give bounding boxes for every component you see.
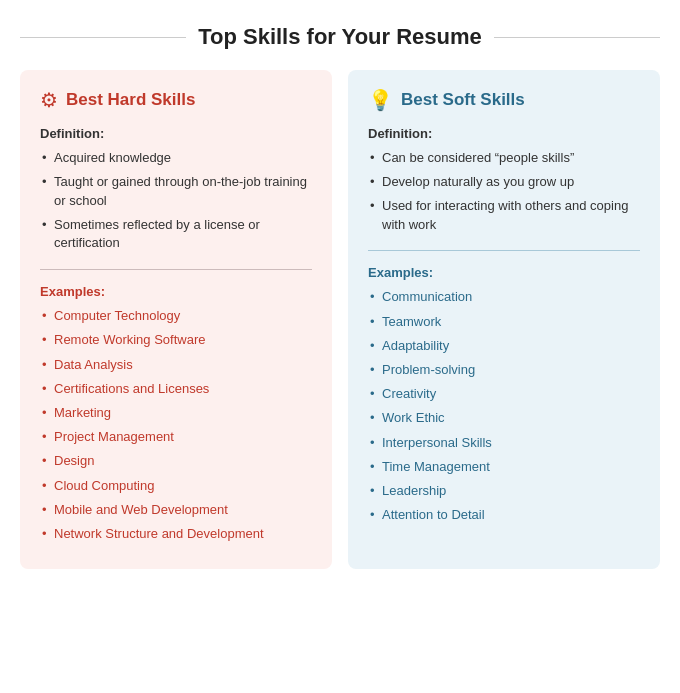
soft-skills-title: Best Soft Skills [401, 90, 525, 110]
list-item: Develop naturally as you grow up [368, 173, 640, 192]
list-item: Communication [368, 288, 640, 306]
hard-definition-label: Definition: [40, 126, 312, 141]
list-item: Design [40, 452, 312, 470]
title-section: Top Skills for Your Resume [20, 24, 660, 50]
soft-definition-list: Can be considered “people skills” Develo… [368, 149, 640, 234]
hard-examples-label: Examples: [40, 284, 312, 299]
soft-examples-label: Examples: [368, 265, 640, 280]
title-line-right [494, 37, 660, 38]
page-title: Top Skills for Your Resume [198, 24, 482, 50]
list-item: Teamwork [368, 313, 640, 331]
lightbulb-icon: 💡 [368, 88, 393, 112]
list-item: Project Management [40, 428, 312, 446]
list-item: Can be considered “people skills” [368, 149, 640, 168]
hard-skills-card: ⚙ Best Hard Skills Definition: Acquired … [20, 70, 332, 569]
list-item: Acquired knowledge [40, 149, 312, 168]
hard-skills-header: ⚙ Best Hard Skills [40, 88, 312, 112]
list-item: Computer Technology [40, 307, 312, 325]
hard-examples-list: Computer Technology Remote Working Softw… [40, 307, 312, 543]
soft-examples-list: Communication Teamwork Adaptability Prob… [368, 288, 640, 524]
list-item: Creativity [368, 385, 640, 403]
gear-icon: ⚙ [40, 88, 58, 112]
columns-container: ⚙ Best Hard Skills Definition: Acquired … [20, 70, 660, 569]
hard-definition-list: Acquired knowledge Taught or gained thro… [40, 149, 312, 253]
list-item: Network Structure and Development [40, 525, 312, 543]
soft-divider [368, 250, 640, 251]
hard-skills-title: Best Hard Skills [66, 90, 195, 110]
list-item: Remote Working Software [40, 331, 312, 349]
soft-definition-label: Definition: [368, 126, 640, 141]
list-item: Problem-solving [368, 361, 640, 379]
list-item: Taught or gained through on-the-job trai… [40, 173, 312, 211]
list-item: Interpersonal Skills [368, 434, 640, 452]
soft-skills-header: 💡 Best Soft Skills [368, 88, 640, 112]
list-item: Certifications and Licenses [40, 380, 312, 398]
soft-skills-card: 💡 Best Soft Skills Definition: Can be co… [348, 70, 660, 569]
list-item: Mobile and Web Development [40, 501, 312, 519]
hard-divider [40, 269, 312, 270]
list-item: Sometimes reflected by a license or cert… [40, 216, 312, 254]
list-item: Attention to Detail [368, 506, 640, 524]
list-item: Work Ethic [368, 409, 640, 427]
list-item: Time Management [368, 458, 640, 476]
list-item: Cloud Computing [40, 477, 312, 495]
list-item: Used for interacting with others and cop… [368, 197, 640, 235]
title-line-left [20, 37, 186, 38]
list-item: Marketing [40, 404, 312, 422]
list-item: Leadership [368, 482, 640, 500]
list-item: Data Analysis [40, 356, 312, 374]
list-item: Adaptability [368, 337, 640, 355]
